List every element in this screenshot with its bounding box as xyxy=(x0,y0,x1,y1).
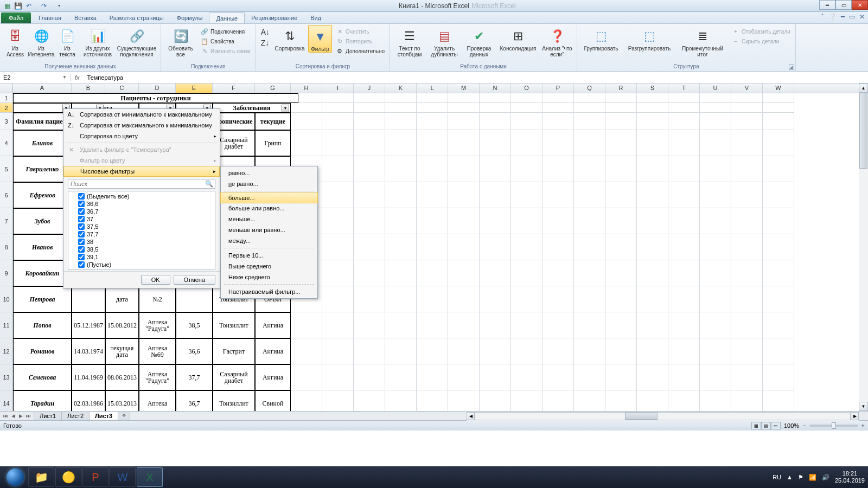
file-tab[interactable]: Файл xyxy=(1,12,31,23)
from-text-button[interactable]: 📄Из текста xyxy=(55,25,79,57)
less-or-equal-item[interactable]: меньше или равно... xyxy=(221,224,317,235)
row-header-10[interactable]: 10 xyxy=(0,286,12,312)
sort-desc-item[interactable]: Z↓Сортировка от максимального к минималь… xyxy=(63,120,220,131)
qat-customize-icon[interactable]: ▾ xyxy=(54,1,64,11)
start-button[interactable] xyxy=(2,467,28,487)
volume-icon[interactable]: 🔊 xyxy=(822,474,829,481)
scroll-left-button[interactable]: ◀ xyxy=(467,412,475,420)
zoom-in-button[interactable]: + xyxy=(861,422,865,429)
tab-pagelayout[interactable]: Разметка страницы xyxy=(103,12,170,23)
check-value[interactable]: 37,7 xyxy=(69,230,214,238)
close-button[interactable]: ✕ xyxy=(852,0,868,10)
below-average-item[interactable]: Ниже среднего xyxy=(221,272,317,282)
filter-button[interactable]: ▼Фильтр xyxy=(308,25,332,53)
check-value[interactable]: 36,6 xyxy=(69,200,214,208)
scroll-up-button[interactable]: ▲ xyxy=(859,84,868,93)
col-header-W[interactable]: W xyxy=(763,84,794,93)
filter-search-input[interactable] xyxy=(68,179,215,189)
equals-item[interactable]: равно... xyxy=(221,168,317,178)
sort-asc-icon[interactable]: A↓ xyxy=(259,27,271,37)
check-all[interactable]: (Выделить все) xyxy=(69,192,214,200)
network-icon[interactable]: 📶 xyxy=(809,474,816,481)
row-header-7[interactable]: 7 xyxy=(0,208,12,234)
number-filters-item[interactable]: Числовые фильтры▸ xyxy=(63,166,220,177)
zoom-slider[interactable] xyxy=(809,425,858,427)
col-header-S[interactable]: S xyxy=(637,84,668,93)
tab-view[interactable]: Вид xyxy=(304,12,328,23)
save-icon[interactable]: 💾 xyxy=(13,1,23,11)
existing-connections-button[interactable]: 🔗Существующие подключения xyxy=(116,25,157,57)
col-header-G[interactable]: G xyxy=(255,84,291,93)
formula-input[interactable]: Температура xyxy=(84,74,868,81)
consolidate-button[interactable]: ⊞Консолидация xyxy=(497,25,539,52)
col-header-E[interactable]: E xyxy=(176,84,213,93)
between-item[interactable]: между... xyxy=(221,235,317,246)
tab-home[interactable]: Главная xyxy=(32,12,68,23)
col-header-U[interactable]: U xyxy=(700,84,731,93)
filter-cancel-button[interactable]: Отмена xyxy=(174,275,215,285)
check-value[interactable]: 38 xyxy=(69,238,214,246)
col-header-M[interactable]: M xyxy=(448,84,480,93)
greater-than-item[interactable]: больше... xyxy=(220,192,318,203)
greater-or-equal-item[interactable]: больше или равно... xyxy=(221,203,317,214)
hscroll-thumb[interactable] xyxy=(625,413,658,420)
properties-button[interactable]: 📋Свойства xyxy=(199,37,252,46)
col-header-V[interactable]: V xyxy=(731,84,763,93)
chrome-taskbar-icon[interactable]: 🟡 xyxy=(55,467,81,487)
scroll-right-button[interactable]: ▶ xyxy=(851,412,859,420)
ribbon-min2-icon[interactable]: ━ xyxy=(841,13,845,21)
from-other-button[interactable]: 📊Из других источников xyxy=(81,25,114,57)
top10-item[interactable]: Первые 10... xyxy=(221,250,317,261)
ribbon-restore-icon[interactable]: ▭ xyxy=(849,13,855,21)
filter-dd-g[interactable]: ▼ xyxy=(282,105,289,112)
vscroll-thumb[interactable] xyxy=(859,93,867,169)
ribbon-close-icon[interactable]: ✕ xyxy=(859,13,865,21)
select-all-corner[interactable] xyxy=(0,84,13,93)
explorer-taskbar-icon[interactable]: 📁 xyxy=(28,467,54,487)
row-header-9[interactable]: 9 xyxy=(0,260,12,286)
row-header-14[interactable]: 14 xyxy=(0,390,12,411)
col-header-P[interactable]: P xyxy=(542,84,574,93)
row-header-3[interactable]: 3 xyxy=(0,113,12,130)
word-taskbar-icon[interactable]: W xyxy=(110,467,136,487)
filter-search[interactable]: 🔍 xyxy=(68,179,215,189)
above-average-item[interactable]: Выше среднего xyxy=(221,261,317,272)
check-value[interactable]: 38,5 xyxy=(69,246,214,253)
minimize-ribbon-icon[interactable]: ˄ xyxy=(821,13,824,21)
col-header-L[interactable]: L xyxy=(417,84,448,93)
connections-button[interactable]: 🔗Подключения xyxy=(199,27,252,36)
filter-ok-button[interactable]: OK xyxy=(141,275,170,285)
what-if-button[interactable]: ❓Анализ "что если" xyxy=(541,25,573,57)
col-header-I[interactable]: I xyxy=(322,84,354,93)
worksheet[interactable]: ABCDEFGHIJKLMNOPQRSTUVW 1234567891011121… xyxy=(0,84,868,411)
custom-filter-item[interactable]: Настраиваемый фильтр... xyxy=(221,286,317,297)
check-value[interactable]: 37 xyxy=(69,215,214,223)
name-box[interactable]: E2▼ xyxy=(0,74,71,81)
zoom-percent[interactable]: 100% xyxy=(784,422,799,429)
row-header-8[interactable]: 8 xyxy=(0,234,12,260)
tab-review[interactable]: Рецензирование xyxy=(245,12,304,23)
tray-chevron-icon[interactable]: ▲ xyxy=(787,474,793,480)
from-web-button[interactable]: 🌐Из Интернета xyxy=(29,25,53,57)
fx-icon[interactable]: fx xyxy=(75,74,80,81)
sort-desc-icon[interactable]: Z↓ xyxy=(259,38,271,48)
tab-insert[interactable]: Вставка xyxy=(68,12,103,23)
redo-icon[interactable]: ↷ xyxy=(39,1,49,11)
row-header-6[interactable]: 6 xyxy=(0,182,12,208)
minimize-button[interactable]: ━ xyxy=(819,0,835,10)
new-sheet-button[interactable]: ✧ xyxy=(118,412,130,420)
col-header-K[interactable]: K xyxy=(385,84,417,93)
remove-duplicates-button[interactable]: ▤Удалить дубликаты xyxy=(428,25,461,57)
col-header-F[interactable]: F xyxy=(213,84,255,93)
row-header-5[interactable]: 5 xyxy=(0,156,12,182)
col-header-O[interactable]: O xyxy=(511,84,542,93)
col-header-N[interactable]: N xyxy=(480,84,511,93)
refresh-all-button[interactable]: 🔄Обновить все xyxy=(164,25,197,57)
row-header-2[interactable]: 2 xyxy=(0,103,12,113)
outline-dialog-launcher[interactable]: ◢ xyxy=(789,65,794,70)
clock[interactable]: 18:2125.04.2019 xyxy=(835,470,865,484)
normal-view-button[interactable]: ▦ xyxy=(751,422,761,429)
row-header-4[interactable]: 4 xyxy=(0,130,12,156)
advanced-filter-button[interactable]: ⚙Дополнительно xyxy=(334,47,386,55)
undo-icon[interactable]: ↶ xyxy=(24,1,34,11)
